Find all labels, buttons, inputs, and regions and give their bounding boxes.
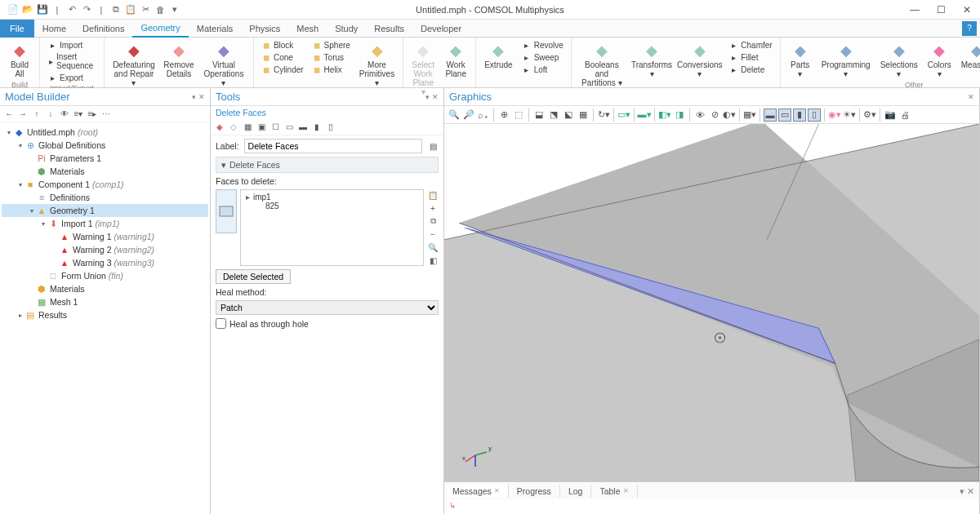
tool-icon[interactable]: ▦	[242, 122, 253, 133]
ribbon-work[interactable]: ◆WorkPlane	[441, 39, 470, 80]
zoom-extents-icon[interactable]: ⊕	[497, 109, 510, 122]
tree-materials[interactable]: ⬢Materials	[2, 282, 208, 295]
collapse-icon[interactable]: ≡▾	[73, 109, 84, 120]
ribbon-fillet[interactable]: ▸Fillet	[726, 51, 774, 63]
go-default-icon[interactable]: ⬚	[512, 109, 525, 122]
tree-parameters-1[interactable]: PiParameters 1	[2, 152, 208, 165]
ribbon-virtual[interactable]: ◆VirtualOperations ▾	[199, 39, 248, 89]
ribbon-import[interactable]: ▸Import	[45, 39, 99, 51]
expand-icon[interactable]: ≡▸	[87, 109, 98, 120]
clip2-icon[interactable]: ◨	[673, 109, 686, 122]
heal-through-checkbox[interactable]: Heal as through hole	[216, 318, 439, 329]
ribbon-build[interactable]: ◆BuildAll	[5, 39, 34, 80]
up-icon[interactable]: ↑	[31, 109, 42, 120]
ribbon-booleans-and[interactable]: ◆Booleans andPartitions ▾	[577, 39, 627, 89]
yz-view-icon[interactable]: ⬔	[547, 109, 560, 122]
tree-warning-1[interactable]: ▲Warning 1(warning1)	[2, 230, 208, 243]
delete-icon[interactable]: 🗑	[154, 3, 167, 16]
zoom-sel-icon[interactable]: 🔍	[427, 241, 439, 253]
menu-mesh[interactable]: Mesh	[288, 20, 327, 38]
section-header[interactable]: ▾Delete Faces	[216, 157, 439, 173]
tool-icon[interactable]: ☐	[270, 122, 281, 133]
tag-icon[interactable]: ▤	[427, 140, 439, 152]
tree-mesh-1[interactable]: ▦Mesh 1	[2, 295, 208, 308]
add-sel-icon[interactable]: +	[427, 202, 439, 214]
xy-view-icon[interactable]: ⬓	[532, 109, 546, 122]
hide-icon[interactable]: 👁	[693, 109, 706, 122]
show-icon[interactable]: ⊘	[708, 109, 721, 122]
ribbon-sweep[interactable]: ▸Sweep	[519, 51, 566, 63]
redo-icon[interactable]: ↷	[80, 3, 93, 16]
tree-untitled.mph[interactable]: ▾◆Untitled.mph(root)	[2, 126, 208, 139]
ribbon-defeaturing[interactable]: ◆Defeaturingand Repair ▾	[109, 39, 158, 89]
heal-method-select[interactable]: Patch	[216, 300, 439, 315]
scene-light-icon[interactable]: ☀▾	[843, 109, 856, 122]
tree-global-definitions[interactable]: ▾⊕Global Definitions	[2, 139, 208, 152]
ribbon-conversions[interactable]: ◆Conversions▾	[676, 39, 723, 80]
menu-physics[interactable]: Physics	[241, 20, 288, 38]
open-icon[interactable]: 📂	[21, 3, 34, 16]
menu-materials[interactable]: Materials	[189, 20, 242, 38]
transparency-icon[interactable]: ◐▾	[723, 109, 736, 122]
tree-warning-3[interactable]: ▲Warning 3(warning3)	[2, 256, 208, 269]
tab-log[interactable]: Log	[560, 485, 592, 498]
close-button[interactable]: ✕	[954, 0, 980, 20]
maximize-button[interactable]: ☐	[928, 0, 954, 20]
menu-developer[interactable]: Developer	[412, 20, 470, 38]
screenshot-icon[interactable]: 📷	[884, 109, 897, 122]
copy-icon[interactable]: ⧉	[109, 3, 122, 16]
tree-geometry-1[interactable]: ▾▲Geometry 1	[2, 204, 208, 217]
view-icon[interactable]: ▬▾	[638, 109, 651, 122]
menu-home[interactable]: Home	[34, 20, 74, 38]
ribbon-more[interactable]: ◆MorePrimitives ▾	[356, 39, 398, 89]
zoom-box-icon[interactable]: ⌕▾	[477, 109, 490, 122]
tool-icon[interactable]: ▯	[325, 122, 336, 133]
color-icon[interactable]: ◉▾	[828, 109, 841, 122]
ribbon-programming[interactable]: ◆Programming▾	[818, 39, 874, 80]
close-panel-icon[interactable]: ✕	[198, 93, 205, 101]
sel-edge-icon[interactable]: ▮	[793, 109, 806, 122]
faces-list[interactable]: ▸imp1 825	[240, 189, 424, 266]
ribbon-sphere[interactable]: ◼Sphere	[310, 39, 353, 51]
settings-icon[interactable]: ⚙▾	[863, 109, 876, 122]
ribbon-export[interactable]: ▸Export	[45, 72, 99, 83]
ortho-icon[interactable]: ▦	[577, 109, 590, 122]
sel-domain-icon[interactable]: ▬	[764, 109, 777, 122]
ribbon-parts[interactable]: ◆Parts▾	[786, 39, 815, 80]
ribbon-transforms[interactable]: ◆Transforms▾	[630, 39, 673, 80]
menu-geometry[interactable]: Geometry	[132, 20, 188, 38]
help-icon[interactable]: ?	[962, 21, 977, 36]
ribbon-torus[interactable]: ◼Torus	[310, 51, 353, 63]
ribbon-delete[interactable]: ▸Delete	[726, 64, 774, 75]
print-icon[interactable]: 🖨	[898, 109, 911, 122]
tool-icon[interactable]: ▭	[283, 122, 295, 133]
tab-progress[interactable]: Progress	[509, 485, 560, 498]
save-icon[interactable]: 💾	[36, 3, 49, 16]
down-icon[interactable]: ▾	[168, 3, 181, 16]
tree-definitions[interactable]: ≡Definitions	[2, 191, 208, 204]
ribbon-cylinder[interactable]: ◼Cylinder	[259, 64, 306, 75]
nav-back-icon[interactable]: ←	[3, 109, 15, 120]
tree-component-1[interactable]: ▾■Component 1(comp1)	[2, 178, 208, 191]
zoom-out-icon[interactable]: 🔎	[462, 109, 475, 122]
ribbon-block[interactable]: ◼Block	[259, 39, 306, 51]
graphics-canvas[interactable]: x y z	[444, 124, 979, 481]
tool-icon[interactable]: ◇	[228, 122, 239, 133]
wireframe-icon[interactable]: ▦▾	[743, 109, 756, 122]
ribbon-selections[interactable]: ◆Selections▾	[877, 39, 921, 80]
zoom-in-icon[interactable]: 🔍	[448, 109, 461, 122]
tab-table[interactable]: Table ✕	[591, 485, 637, 498]
xz-view-icon[interactable]: ⬕	[562, 109, 575, 122]
ribbon-chamfer[interactable]: ▸Chamfer	[726, 39, 774, 51]
sel-point-icon[interactable]: ▯	[808, 109, 821, 122]
paste-icon[interactable]: 📋	[124, 3, 137, 16]
delete-selected-button[interactable]: Delete Selected	[216, 269, 291, 284]
ribbon-loft[interactable]: ▸Loft	[519, 64, 566, 75]
tab-messages[interactable]: Messages ✕	[444, 485, 509, 498]
ribbon-colors[interactable]: ◆Colors▾	[924, 39, 955, 80]
show-icon[interactable]: 👁	[59, 109, 70, 120]
tree-results[interactable]: ▸▤Results	[2, 308, 208, 321]
menu-results[interactable]: Results	[366, 20, 412, 38]
model-tree[interactable]: ▾◆Untitled.mph(root)▾⊕Global Definitions…	[0, 122, 210, 514]
tool-icon[interactable]: ◆	[214, 122, 225, 133]
